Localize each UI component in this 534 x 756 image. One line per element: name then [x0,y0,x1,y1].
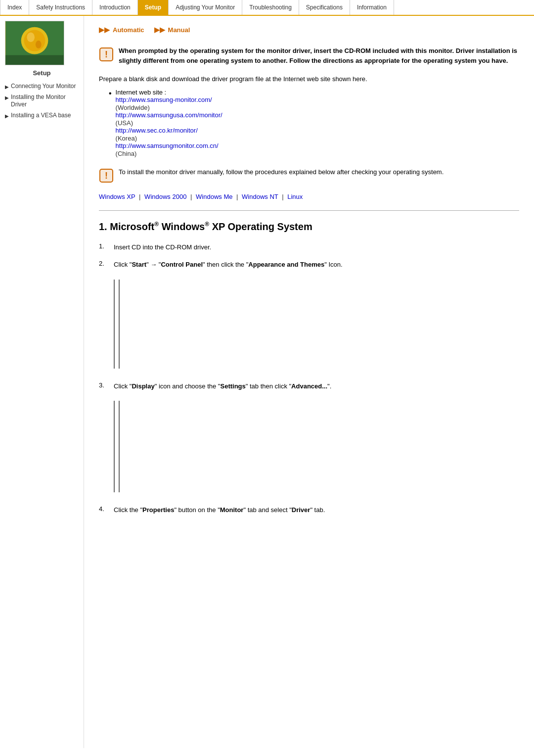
arrow-icon-2: ▶ [5,94,9,101]
step-text-4: Click the "Properties" button on the "Mo… [114,505,325,515]
screenshot-control-panel: Control Panel File Edit View Favorites T… [119,280,120,369]
svg-point-3 [27,32,35,42]
nav-introduction[interactable]: Introduction [92,0,138,15]
link-china[interactable]: http://www.samsungmonitor.com.cn/ [116,142,222,149]
note-text-2: To install the monitor driver manually, … [119,167,444,177]
os-links: Windows XP | Windows 2000 | Windows Me |… [99,193,519,200]
sidebar-title: Setup [5,69,79,77]
internet-label: Internet web site : http://www.samsung-m… [116,89,222,157]
link-block: http://www.samsung-monitor.com/ (Worldwi… [116,96,222,157]
main-content: ▶▶ Automatic ▶▶ Manual ! When prompted b… [84,16,534,748]
step-2: 2. Click "Start" → "Control Panel" then … [99,260,519,374]
step3-screenshots: Appearance and Themes ⬅➡🔄Appearance and … [114,401,120,492]
step-text-1: Insert CD into the CD-ROM driver. [114,242,211,252]
bullet-dot: • [109,90,112,97]
quick-links: ▶▶ Automatic ▶▶ Manual [99,26,519,34]
link-korea[interactable]: http://www.sec.co.kr/monitor/ [116,127,222,134]
svg-text:!: ! [105,49,108,59]
nav-troubleshooting[interactable]: Troubleshooting [242,0,299,15]
sidebar: Setup ▶ Connecting Your Monitor ▶ Instal… [0,16,84,748]
step-num-3: 3. [99,381,109,391]
arrow-icon-3: ▶ [5,113,9,119]
screenshot-appearance-themes: Appearance and Themes ⬅➡🔄Appearance and … [114,401,115,492]
quick-link-manual[interactable]: ▶▶ Manual [154,26,190,34]
sidebar-link-connecting[interactable]: ▶ Connecting Your Monitor [5,83,79,91]
step-num-4: 4. [99,505,109,513]
step-list: 1. Insert CD into the CD-ROM driver. 2. … [99,242,519,515]
step-num-2: 2. [99,260,109,270]
prepare-text: Prepare a blank disk and download the dr… [99,75,519,83]
double-arrow-icon-1: ▶▶ [99,26,110,34]
link-windows-xp[interactable]: Windows XP [99,193,135,200]
note-icon-2: ! [99,168,114,183]
screenshot-display-properties: Display Properties Themes Desktop Screen… [119,401,120,492]
top-navigation: Index Safety Instructions Introduction S… [0,0,534,16]
note-icon-1: ! [99,47,114,62]
nav-index[interactable]: Index [0,0,29,15]
link-linux[interactable]: Linux [287,193,303,200]
sidebar-link-vesa[interactable]: ▶ Installing a VESA base [5,112,79,120]
quick-link-automatic[interactable]: ▶▶ Automatic [99,26,144,34]
link-worldwide[interactable]: http://www.samsung-monitor.com/ [116,96,222,103]
nav-adjusting[interactable]: Adjusting Your Monitor [169,0,242,15]
note-text-1: When prompted by the operating system fo… [119,46,519,65]
link-windows-nt[interactable]: Windows NT [242,193,278,200]
nav-specifications[interactable]: Specifications [299,0,350,15]
step-text-3: Click "Display" icon and choose the "Set… [114,381,331,391]
svg-point-2 [24,30,45,51]
note-box-2: ! To install the monitor driver manually… [99,165,519,186]
nav-setup[interactable]: Setup [138,0,169,15]
svg-rect-5 [5,55,63,65]
main-container: Setup ▶ Connecting Your Monitor ▶ Instal… [0,16,534,748]
sidebar-image [5,21,64,65]
screenshot-start-menu: ih Internet Explorer E-mail Dreamfire 9.… [114,280,115,369]
section-heading: 1. Microsoft® Windows® XP Operating Syst… [99,221,519,233]
internet-links-list: • Internet web site : http://www.samsung… [109,89,519,157]
winxp-taskbar-3: start [114,479,115,492]
winxp-taskbar-4: start [119,479,120,492]
link-usa[interactable]: http://www.samsungusa.com/monitor/ [116,111,222,119]
nav-safety[interactable]: Safety Instructions [29,0,92,15]
step-text-2: Click "Start" → "Control Panel" then cli… [114,260,343,270]
step-num-1: 1. [99,242,109,250]
note-box-1: ! When prompted by the operating system … [99,44,519,68]
nav-information[interactable]: Information [350,0,394,15]
step-3: 3. Click "Display" icon and choose the "… [99,381,519,498]
step-1: 1. Insert CD into the CD-ROM driver. [99,242,519,252]
section-divider [99,210,519,211]
svg-text:!: ! [105,171,108,181]
svg-point-4 [36,41,42,48]
sidebar-link-installing-driver[interactable]: ▶ Installing the Monitor Driver [5,94,79,109]
winxp-taskbar-1: start [114,355,115,368]
link-windows-me[interactable]: Windows Me [196,193,232,200]
double-arrow-icon-2: ▶▶ [154,26,165,34]
winxp-taskbar-2: start [119,355,120,368]
link-windows-2000[interactable]: Windows 2000 [144,193,186,200]
step2-screenshots: ih Internet Explorer E-mail Dreamfire 9.… [114,280,120,369]
arrow-icon-1: ▶ [5,84,9,90]
step-4: 4. Click the "Properties" button on the … [99,505,519,515]
